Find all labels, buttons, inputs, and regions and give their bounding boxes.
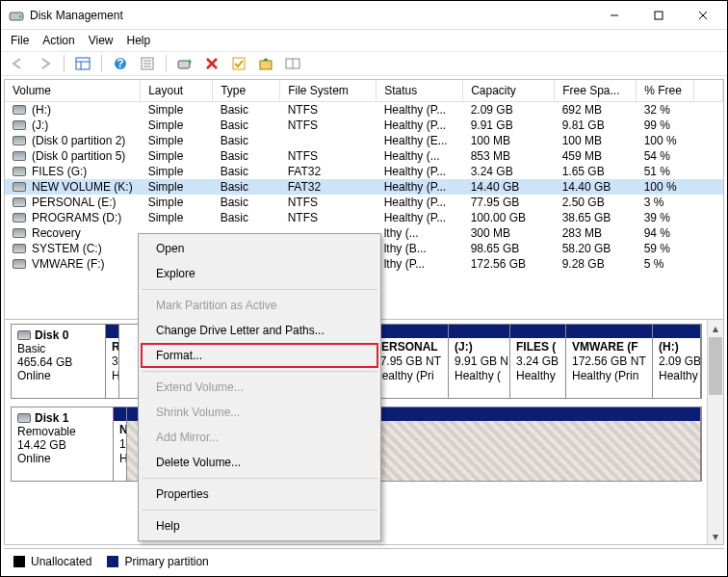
refresh-button[interactable] (173, 53, 196, 74)
action-2-button[interactable] (281, 53, 304, 74)
cell: Basic (213, 179, 280, 195)
menu-action[interactable]: Action (42, 34, 74, 47)
action-1-button[interactable] (254, 53, 277, 74)
table-row[interactable]: (J:)SimpleBasicNTFSHealthy (P...9.91 GB9… (5, 118, 723, 133)
disk-type: Basic (17, 342, 99, 355)
scroll-down-icon[interactable]: ▾ (708, 528, 723, 544)
check-button[interactable] (227, 53, 250, 74)
cell (694, 256, 723, 272)
cell: Simple (141, 195, 213, 210)
context-menu: Open Explore Mark Partition as Active Ch… (138, 233, 381, 541)
table-row[interactable]: (H:)SimpleBasicNTFSHealthy (P...2.09 GB6… (5, 101, 723, 118)
partition[interactable]: N14H (114, 407, 127, 481)
cell: Simple (141, 118, 213, 133)
col-fs[interactable]: File System (280, 80, 377, 101)
part-title: PERSONAL (374, 340, 438, 354)
cell: 100 % (637, 179, 694, 195)
cell: 99 % (637, 118, 694, 133)
part-line2: 172.56 GB NT (572, 354, 646, 368)
menu-file[interactable]: File (11, 34, 29, 47)
close-button[interactable] (681, 1, 725, 30)
cell: Simple (141, 179, 213, 195)
table-row[interactable]: PROGRAMS (D:)SimpleBasicNTFSHealthy (P..… (5, 210, 723, 225)
partition[interactable]: (H:)2.09 GBHealthy (653, 325, 701, 398)
cell: Healthy (E... (377, 133, 463, 148)
table-row[interactable]: (Disk 0 partition 2)SimpleBasicHealthy (… (5, 133, 723, 148)
cell: 98.65 GB (463, 241, 555, 256)
cell: 100 MB (463, 133, 555, 148)
cm-help[interactable]: Help (141, 513, 378, 538)
table-row[interactable]: FILES (G:)SimpleBasicFAT32Healthy (P...3… (5, 164, 723, 179)
cell: 300 MB (463, 225, 555, 241)
col-layout[interactable]: Layout (141, 80, 213, 101)
disk-meta: Disk 0 Basic 465.64 GB Online (12, 325, 106, 398)
cell: Healthy (P... (377, 179, 463, 195)
cell: NTFS (280, 210, 377, 225)
cell (280, 133, 377, 148)
col-status[interactable]: Status (377, 80, 463, 101)
table-row[interactable]: NEW VOLUME (K:)SimpleBasicFAT32Healthy (… (5, 179, 723, 195)
cell: Simple (141, 164, 213, 179)
cell: 3 % (637, 195, 694, 210)
cell (694, 118, 723, 133)
minimize-button[interactable] (592, 1, 637, 30)
disk-meta: Disk 1 Removable 14.42 GB Online (12, 407, 114, 481)
cell: 94 % (637, 225, 694, 241)
table-row[interactable]: PERSONAL (E:)SimpleBasicNTFSHealthy (P..… (5, 195, 723, 210)
col-spacer (694, 80, 723, 101)
back-button[interactable] (7, 53, 30, 74)
menu-help[interactable]: Help (127, 34, 151, 47)
cell (694, 241, 723, 256)
menu-view[interactable]: View (89, 34, 114, 47)
disk-state: Online (17, 369, 99, 382)
vertical-scrollbar[interactable]: ▴ ▾ (707, 320, 723, 544)
cell: NTFS (280, 101, 377, 118)
cm-change-letter[interactable]: Change Drive Letter and Paths... (141, 318, 378, 343)
cell (694, 101, 723, 118)
maximize-button[interactable] (637, 1, 681, 30)
view-mode-button[interactable] (71, 53, 94, 74)
forward-button[interactable] (34, 53, 57, 74)
properties-button[interactable] (136, 53, 159, 74)
cell (694, 164, 723, 179)
cell: Healthy (P... (377, 164, 463, 179)
col-volume[interactable]: Volume (5, 80, 141, 101)
window-title: Disk Management (30, 9, 592, 22)
volume-icon (13, 213, 26, 223)
disk-icon (17, 330, 31, 340)
table-row[interactable]: (Disk 0 partition 5)SimpleBasicNTFSHealt… (5, 148, 723, 164)
part-line3: Healthy (Pri (374, 369, 434, 382)
col-type[interactable]: Type (213, 80, 280, 101)
volume-icon (13, 136, 26, 145)
cm-properties[interactable]: Properties (141, 482, 378, 507)
cell: 14.40 GB (463, 179, 555, 195)
cell: Simple (141, 133, 213, 148)
part-line3: Healthy (516, 369, 556, 382)
cell: Basic (213, 164, 280, 179)
cm-open[interactable]: Open (141, 236, 378, 261)
col-pct[interactable]: % Free (637, 80, 694, 101)
app-icon (9, 8, 24, 23)
partition[interactable]: (J:)9.91 GB NHealthy ( (449, 325, 510, 398)
cell: NTFS (280, 148, 377, 164)
scroll-thumb[interactable] (709, 337, 722, 395)
help-button[interactable]: ? (109, 53, 132, 74)
col-free[interactable]: Free Spa... (555, 80, 637, 101)
cell (694, 179, 723, 195)
legend: Unallocated Primary partition (4, 548, 724, 573)
partition[interactable]: VMWARE (F172.56 GB NTHealthy (Prin (566, 325, 653, 398)
cm-delete[interactable]: Delete Volume... (141, 450, 378, 475)
cm-explore[interactable]: Explore (141, 261, 378, 286)
partition[interactable]: FILES (3.24 GBHealthy (510, 325, 566, 398)
cell: Healthy (... (377, 148, 463, 164)
scroll-up-icon[interactable]: ▴ (708, 320, 723, 336)
cell: 9.28 GB (555, 256, 637, 272)
part-line2: 9.91 GB N (455, 354, 508, 368)
delete-button[interactable] (200, 53, 223, 74)
partition[interactable]: R30H (106, 325, 119, 398)
disk-size: 465.64 GB (17, 355, 99, 369)
volume-name: SYSTEM (C:) (32, 242, 102, 255)
cell: 54 % (637, 148, 694, 164)
col-capacity[interactable]: Capacity (463, 80, 555, 101)
cm-format[interactable]: Format... (141, 343, 378, 368)
